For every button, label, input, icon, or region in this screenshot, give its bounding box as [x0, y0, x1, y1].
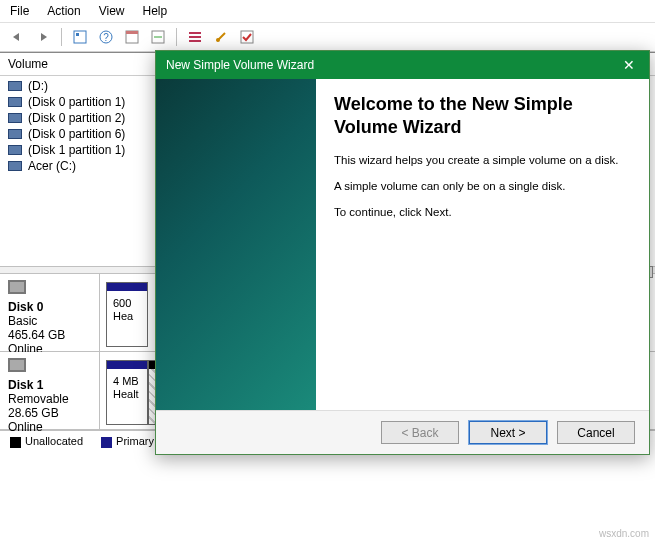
svg-rect-0 [74, 31, 86, 43]
disk-type: Basic [8, 314, 91, 328]
toolbar-separator [176, 28, 177, 46]
svg-rect-9 [189, 40, 201, 42]
volume-label: Acer (C:) [28, 159, 76, 173]
disk-status: Online [8, 420, 91, 434]
rescan-button[interactable] [147, 26, 169, 48]
next-button[interactable]: Next > [469, 421, 547, 444]
wizard-title-text: New Simple Volume Wizard [166, 58, 314, 72]
svg-text:?: ? [103, 32, 109, 43]
new-simple-volume-wizard: New Simple Volume Wizard ✕ Welcome to th… [155, 50, 650, 455]
svg-rect-1 [76, 33, 79, 36]
back-button[interactable] [6, 26, 28, 48]
back-button: < Back [381, 421, 459, 444]
swatch-unallocated-icon [10, 437, 21, 448]
partition-status: Healt [113, 388, 141, 401]
menu-help[interactable]: Help [143, 4, 168, 18]
menu-view[interactable]: View [99, 4, 125, 18]
disk-size: 28.65 GB [8, 406, 91, 420]
watermark: wsxdn.com [599, 528, 649, 539]
disk-info[interactable]: Disk 0 Basic 465.64 GB Online [0, 274, 100, 351]
disk-type: Removable [8, 392, 91, 406]
partition[interactable]: 600 Hea [106, 282, 148, 347]
svg-rect-8 [189, 36, 201, 38]
svg-rect-7 [189, 32, 201, 34]
volume-label: (Disk 0 partition 6) [28, 127, 125, 141]
close-icon[interactable]: ✕ [619, 57, 639, 73]
volume-icon [8, 97, 22, 107]
volume-icon [8, 113, 22, 123]
legend-label: Unallocated [25, 435, 83, 447]
cancel-button[interactable]: Cancel [557, 421, 635, 444]
svg-rect-11 [241, 31, 253, 43]
disk-name: Disk 1 [8, 378, 91, 392]
refresh-button[interactable] [121, 26, 143, 48]
volume-label: (Disk 0 partition 1) [28, 95, 125, 109]
legend-unallocated: Unallocated [10, 435, 83, 448]
partition-size: 600 [113, 297, 141, 310]
check-button[interactable] [236, 26, 258, 48]
partition[interactable]: 4 MB Healt [106, 360, 148, 425]
volume-label: (D:) [28, 79, 48, 93]
disk-info[interactable]: Disk 1 Removable 28.65 GB Online [0, 352, 100, 429]
wizard-text: A simple volume can only be on a single … [334, 180, 631, 192]
wizard-text: This wizard helps you create a simple vo… [334, 154, 631, 166]
toolbar-separator [61, 28, 62, 46]
svg-rect-5 [126, 31, 138, 34]
settings-button[interactable] [210, 26, 232, 48]
menu-file[interactable]: File [10, 4, 29, 18]
volume-icon [8, 129, 22, 139]
disk-icon [8, 280, 26, 294]
disk-icon [8, 358, 26, 372]
swatch-primary-icon [101, 437, 112, 448]
partition-status: Hea [113, 310, 141, 323]
wizard-heading: Welcome to the New Simple Volume Wizard [334, 93, 631, 138]
volume-icon [8, 145, 22, 155]
disk-name: Disk 0 [8, 300, 91, 314]
wizard-button-row: < Back Next > Cancel [156, 410, 649, 454]
list-view-button[interactable] [184, 26, 206, 48]
forward-button[interactable] [32, 26, 54, 48]
menu-action[interactable]: Action [47, 4, 80, 18]
wizard-text: To continue, click Next. [334, 206, 631, 218]
wizard-titlebar[interactable]: New Simple Volume Wizard ✕ [156, 51, 649, 79]
help-button[interactable]: ? [95, 26, 117, 48]
volume-label: (Disk 1 partition 1) [28, 143, 125, 157]
menu-bar: File Action View Help [0, 0, 655, 23]
wizard-content: Welcome to the New Simple Volume Wizard … [316, 79, 649, 410]
disk-size: 465.64 GB [8, 328, 91, 342]
partition-stripe [107, 361, 147, 369]
volume-label: (Disk 0 partition 2) [28, 111, 125, 125]
wizard-body: Welcome to the New Simple Volume Wizard … [156, 79, 649, 410]
volume-icon [8, 81, 22, 91]
partition-stripe [107, 283, 147, 291]
wizard-sidebar-graphic [156, 79, 316, 410]
volume-icon [8, 161, 22, 171]
partition-size: 4 MB [113, 375, 141, 388]
toolbar: ? [0, 23, 655, 52]
svg-point-10 [216, 38, 220, 42]
properties-button[interactable] [69, 26, 91, 48]
